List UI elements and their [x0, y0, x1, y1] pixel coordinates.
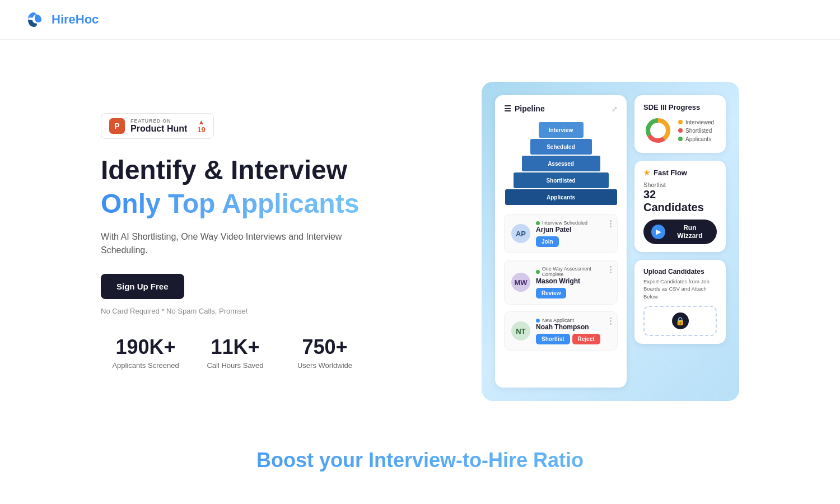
- pipeline-card: ☰ Pipeline ⤢ Interview Scheduled Assesse…: [495, 95, 627, 388]
- status-dot-noah: [536, 319, 540, 323]
- ph-logo: P: [109, 118, 125, 134]
- play-icon: ▶: [651, 225, 665, 239]
- legend-dot-applicants: [678, 137, 683, 141]
- dashboard-preview: ☰ Pipeline ⤢ Interview Scheduled Assesse…: [482, 82, 739, 401]
- expand-icon[interactable]: ⤢: [612, 105, 618, 113]
- hero-title-line1: Identify & Interview: [101, 155, 370, 185]
- bottom-title: Boost your Interview-to-Hire Ratio: [22, 449, 818, 472]
- no-spam-text: No Card Required * No Spam Calls, Promis…: [101, 307, 370, 315]
- donut-svg: [643, 116, 673, 145]
- hero-section: P FEATURED ON Product Hunt ▲ 19 Identify…: [0, 40, 840, 421]
- right-column: SDE III Progress: [634, 95, 726, 388]
- sde-legend: Interviewed Shortlisted Applicants: [678, 119, 714, 142]
- candidate-card-mason: MW One Way Assessment Complete Mason Wri…: [504, 260, 618, 305]
- candidate-actions-arjun: Join: [536, 236, 610, 247]
- review-button-mason[interactable]: Review: [536, 288, 566, 298]
- ph-badge-count: ▲ 19: [197, 119, 205, 134]
- signup-button[interactable]: Sign Up Free: [101, 274, 184, 299]
- reject-button-noah[interactable]: Reject: [572, 334, 600, 344]
- stat-users-number: 750+: [280, 335, 370, 359]
- ph-arrow-icon: ▲: [198, 119, 205, 125]
- legend-applicants: Applicants: [678, 136, 714, 142]
- candidate-info-noah: New Applicant Noah Thompson Shortlist Re…: [536, 318, 610, 344]
- star-icon: ★: [643, 169, 650, 177]
- fast-flow-header: ★ Fast Flow: [643, 169, 717, 177]
- hero-right: ☰ Pipeline ⤢ Interview Scheduled Assesse…: [403, 82, 818, 401]
- ph-badge-featured-label: FEATURED ON: [130, 118, 187, 124]
- pipeline-title: ☰ Pipeline: [504, 104, 545, 113]
- funnel-level-applicants: Applicants: [505, 189, 617, 205]
- hero-title-line2: Only Top Applicants: [101, 188, 370, 219]
- upload-subtitle: Export Candidates from Job Boards as CSV…: [643, 278, 717, 300]
- candidate-actions-mason: Review: [536, 288, 610, 298]
- svg-point-0: [22, 8, 46, 31]
- product-hunt-badge[interactable]: P FEATURED ON Product Hunt ▲ 19: [101, 113, 214, 139]
- funnel-level-scheduled: Scheduled: [530, 139, 592, 155]
- shortlist-button-noah[interactable]: Shortlist: [536, 334, 570, 344]
- lock-icon: 🔒: [672, 312, 689, 329]
- shortlist-section: Shortlist 32 Candidates: [643, 181, 717, 214]
- hero-subtitle: With AI Shortlisting, One Way Video Inte…: [101, 230, 370, 257]
- stat-applicants: 190K+ Applicants Screened: [101, 335, 190, 370]
- candidate-name-noah: Noah Thompson: [536, 323, 610, 331]
- candidate-avatar-mason: MW: [511, 273, 530, 292]
- candidate-card-noah: NT New Applicant Noah Thompson Shortlist…: [504, 311, 618, 351]
- candidate-info-mason: One Way Assessment Complete Mason Wright…: [536, 266, 610, 298]
- stat-call-hours-number: 11K+: [190, 335, 280, 359]
- logo: HireHoc: [22, 8, 99, 31]
- run-wizzard-button[interactable]: ▶ Run Wizzard: [643, 220, 717, 244]
- upload-drop-area[interactable]: 🔒: [643, 306, 717, 336]
- stat-call-hours: 11K+ Call Hours Saved: [190, 335, 280, 370]
- legend-dot-interviewed: [678, 120, 683, 124]
- more-dots-arjun[interactable]: [610, 220, 612, 227]
- candidate-name-arjun: Arjun Patel: [536, 226, 610, 234]
- stat-applicants-label: Applicants Screened: [101, 361, 190, 370]
- ph-badge-text: FEATURED ON Product Hunt: [130, 118, 187, 134]
- navbar: HireHoc: [0, 0, 840, 40]
- ph-badge-name: Product Hunt: [130, 124, 187, 134]
- stat-users: 750+ Users Worldwide: [280, 335, 370, 370]
- hero-left: P FEATURED ON Product Hunt ▲ 19 Identify…: [101, 113, 370, 369]
- sde-title: SDE III Progress: [643, 103, 717, 111]
- legend-dot-shortlisted: [678, 128, 683, 133]
- upload-title: Upload Candidates: [643, 268, 717, 276]
- pipeline-icon: ☰: [504, 104, 511, 113]
- fast-flow-card: ★ Fast Flow Shortlist 32 Candidates ▶ Ru…: [634, 161, 726, 252]
- candidate-avatar-arjun: AP: [511, 224, 530, 243]
- status-dot-mason: [536, 270, 540, 274]
- bottom-section: Boost your Interview-to-Hire Ratio: [0, 421, 840, 483]
- funnel-level-assessed: Assessed: [522, 156, 600, 171]
- join-button-arjun[interactable]: Join: [536, 236, 559, 247]
- candidate-status-arjun: Interview Scheduled: [536, 220, 610, 226]
- stat-call-hours-label: Call Hours Saved: [190, 361, 280, 370]
- candidate-card-arjun: AP Interview Scheduled Arjun Patel Join: [504, 214, 618, 253]
- logo-text: HireHoc: [52, 12, 99, 27]
- funnel-level-shortlisted: Shortlisted: [514, 172, 609, 188]
- stat-users-label: Users Worldwide: [280, 361, 370, 370]
- stat-applicants-number: 190K+: [101, 335, 190, 359]
- candidate-status-noah: New Applicant: [536, 318, 610, 323]
- funnel-chart: Interview Scheduled Assessed Shortlisted…: [504, 122, 618, 205]
- stats-section: 190K+ Applicants Screened 11K+ Call Hour…: [101, 335, 370, 370]
- candidate-name-mason: Mason Wright: [536, 277, 610, 285]
- more-dots-noah[interactable]: [610, 318, 612, 325]
- legend-shortlisted: Shortlisted: [678, 128, 714, 134]
- legend-interviewed: Interviewed: [678, 119, 714, 125]
- sde-progress-card: SDE III Progress: [634, 95, 726, 153]
- upload-candidates-card: Upload Candidates Export Candidates from…: [634, 260, 726, 344]
- logo-icon: [22, 8, 46, 31]
- more-dots-mason[interactable]: [610, 266, 612, 273]
- candidate-status-mason: One Way Assessment Complete: [536, 266, 610, 277]
- funnel-level-interview: Interview: [539, 122, 584, 138]
- sde-donut-chart: [643, 116, 673, 145]
- candidate-actions-noah: Shortlist Reject: [536, 334, 610, 344]
- candidate-info-arjun: Interview Scheduled Arjun Patel Join: [536, 220, 610, 247]
- ph-count: 19: [197, 125, 205, 134]
- sde-body: Interviewed Shortlisted Applicants: [643, 116, 717, 145]
- pipeline-header: ☰ Pipeline ⤢: [504, 104, 618, 113]
- candidate-avatar-noah: NT: [511, 321, 530, 340]
- status-dot-arjun: [536, 221, 540, 225]
